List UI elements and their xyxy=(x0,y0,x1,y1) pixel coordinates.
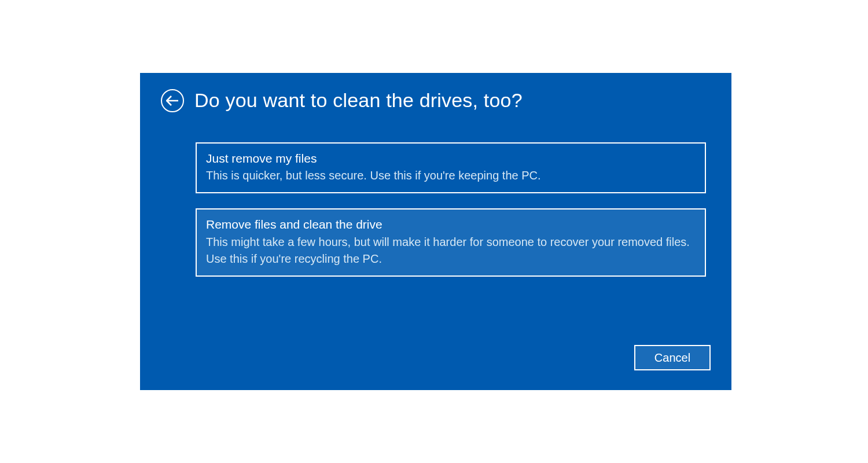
dialog-title: Do you want to clean the drives, too? xyxy=(194,90,523,111)
option-just-remove-files[interactable]: Just remove my files This is quicker, bu… xyxy=(196,142,706,193)
option-description: This is quicker, but less secure. Use th… xyxy=(206,167,696,184)
arrow-left-icon xyxy=(166,95,179,106)
dialog-footer: Cancel xyxy=(634,345,711,370)
reset-pc-dialog: Do you want to clean the drives, too? Ju… xyxy=(140,73,731,390)
option-description: This might take a few hours, but will ma… xyxy=(206,234,696,267)
option-remove-and-clean[interactable]: Remove files and clean the drive This mi… xyxy=(196,208,706,276)
option-title: Remove files and clean the drive xyxy=(206,216,696,232)
options-list: Just remove my files This is quicker, bu… xyxy=(196,142,706,292)
back-button[interactable] xyxy=(161,89,184,112)
option-title: Just remove my files xyxy=(206,150,696,166)
dialog-header: Do you want to clean the drives, too? xyxy=(161,89,523,112)
cancel-button[interactable]: Cancel xyxy=(634,345,711,370)
